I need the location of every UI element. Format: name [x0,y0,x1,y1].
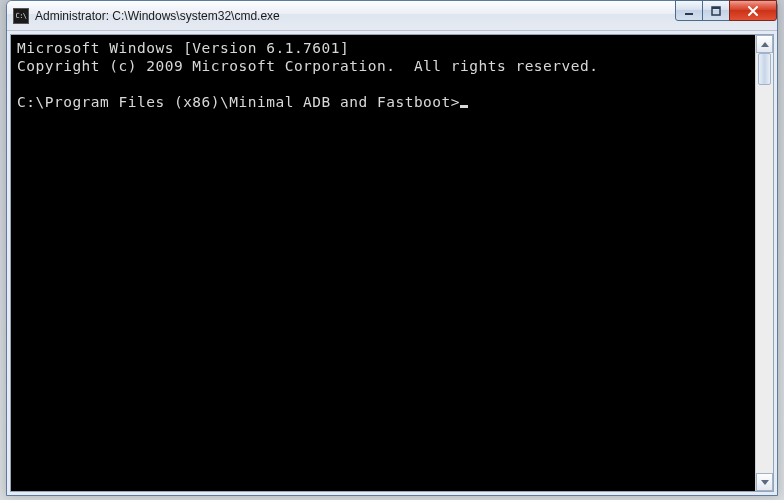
chevron-down-icon [761,480,769,485]
terminal-line: Copyright (c) 2009 Microsoft Corporation… [17,58,598,74]
window-controls [676,0,777,21]
svg-rect-0 [685,13,693,15]
chevron-up-icon [761,42,769,47]
maximize-button[interactable] [702,0,730,21]
scroll-down-button[interactable] [756,473,773,491]
minimize-icon [684,6,694,16]
scroll-up-button[interactable] [756,35,773,53]
terminal-line: Microsoft Windows [Version 6.1.7601] [17,40,349,56]
terminal-container: Microsoft Windows [Version 6.1.7601] Cop… [10,34,774,492]
vertical-scrollbar[interactable] [755,35,773,491]
minimize-button[interactable] [675,0,703,21]
cmd-window: C:\ Administrator: C:\Windows\system32\c… [6,0,778,496]
svg-rect-2 [712,7,720,9]
client-area: Microsoft Windows [Version 6.1.7601] Cop… [7,31,777,495]
titlebar[interactable]: C:\ Administrator: C:\Windows\system32\c… [7,1,777,31]
app-icon: C:\ [13,8,29,24]
maximize-icon [711,6,721,16]
close-icon [747,5,759,17]
scroll-thumb[interactable] [758,53,771,85]
close-button[interactable] [729,0,777,21]
scroll-track[interactable] [756,53,773,473]
window-title: Administrator: C:\Windows\system32\cmd.e… [35,9,280,23]
terminal-output[interactable]: Microsoft Windows [Version 6.1.7601] Cop… [11,35,755,491]
terminal-prompt: C:\Program Files (x86)\Minimal ADB and F… [17,94,460,110]
cursor [460,105,468,108]
